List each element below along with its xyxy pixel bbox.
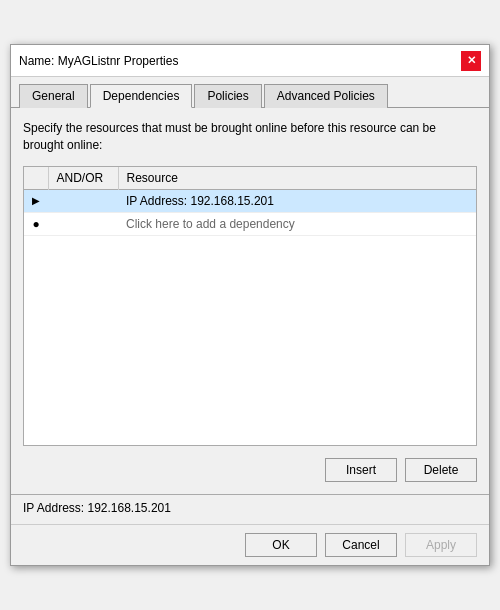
add-dep-label[interactable]: Click here to add a dependency: [118, 212, 476, 235]
description-text: Specify the resources that must be broug…: [23, 120, 477, 154]
dialog-window: Name: MyAGListnr Properties ✕ General De…: [10, 44, 490, 566]
dialog-title: Name: MyAGListnr Properties: [19, 54, 178, 68]
dependency-table: AND/OR Resource ▶ IP Address: 192.168.15…: [24, 167, 476, 236]
close-button[interactable]: ✕: [461, 51, 481, 71]
table-button-row: Insert Delete: [23, 454, 477, 486]
insert-button[interactable]: Insert: [325, 458, 397, 482]
col-resource: Resource: [118, 167, 476, 190]
title-bar: Name: MyAGListnr Properties ✕: [11, 45, 489, 77]
ok-button[interactable]: OK: [245, 533, 317, 557]
col-indicator: [24, 167, 48, 190]
cancel-button[interactable]: Cancel: [325, 533, 397, 557]
tab-policies[interactable]: Policies: [194, 84, 261, 108]
col-andor: AND/OR: [48, 167, 118, 190]
table-row[interactable]: ▶ IP Address: 192.168.15.201: [24, 189, 476, 212]
tab-bar: General Dependencies Policies Advanced P…: [11, 77, 489, 108]
tab-content: Specify the resources that must be broug…: [11, 108, 489, 494]
add-andor: [48, 212, 118, 235]
row-arrow: ▶: [24, 189, 48, 212]
row-resource: IP Address: 192.168.15.201: [118, 189, 476, 212]
dialog-footer: OK Cancel Apply: [11, 524, 489, 565]
delete-button[interactable]: Delete: [405, 458, 477, 482]
dependency-table-container: AND/OR Resource ▶ IP Address: 192.168.15…: [23, 166, 477, 446]
tab-advanced-policies[interactable]: Advanced Policies: [264, 84, 388, 108]
apply-button[interactable]: Apply: [405, 533, 477, 557]
tab-dependencies[interactable]: Dependencies: [90, 84, 193, 108]
add-dependency-row[interactable]: ● Click here to add a dependency: [24, 212, 476, 235]
row-andor: [48, 189, 118, 212]
status-bar: IP Address: 192.168.15.201: [11, 494, 489, 524]
status-text: IP Address: 192.168.15.201: [23, 501, 171, 515]
tab-general[interactable]: General: [19, 84, 88, 108]
row-dot: ●: [24, 212, 48, 235]
